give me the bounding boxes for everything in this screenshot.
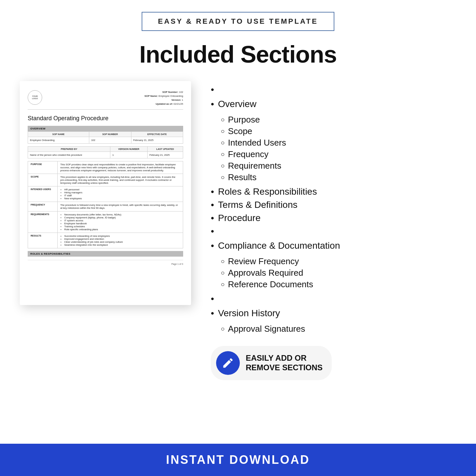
list-item: Employee handbook: [64, 222, 180, 225]
detail-row: FREQUENCYThe procedure is followed every…: [28, 202, 183, 211]
list-item: Necessary documents (offer letter, tax f…: [64, 213, 180, 216]
detail-content: The procedure is followed every time a n…: [58, 202, 183, 211]
content-area: YOURLOGO SOP Number: 102 SOP Name: Emplo…: [0, 81, 476, 431]
doc-title: Standard Operating Procedure: [28, 115, 183, 122]
doc-detail-table: PURPOSEThis SOP provides clear steps and…: [28, 161, 183, 248]
sop-name-value: Employee Onboarding: [28, 137, 89, 144]
section-label: Terms & Definitions: [218, 200, 297, 210]
detail-content: This SOP provides clear steps and respon…: [58, 161, 183, 174]
detail-content: HR personnelHiring managersIT staffNew e…: [58, 186, 183, 202]
sub-section-item: Requirements: [211, 161, 456, 171]
detail-label: PURPOSE: [28, 161, 58, 174]
bullet-icon: •: [211, 308, 214, 319]
sub-section-item: Intended Users: [211, 138, 456, 148]
roles-section-header: ROLES & RESPONSIBILITIES: [28, 251, 183, 257]
detail-row: SCOPEThis procedure applies to all new e…: [28, 174, 183, 186]
add-remove-section: EASILY ADD OR REMOVE SECTIONS: [211, 346, 332, 380]
sections-ul: •OverviewPurposeScopeIntended UsersFrequ…: [211, 84, 456, 335]
section-label: Overview: [218, 99, 257, 109]
document-preview: YOURLOGO SOP Number: 102 SOP Name: Emplo…: [20, 81, 191, 305]
pencil-icon-circle: [216, 351, 240, 375]
overview-section-header: OVERVIEW: [28, 126, 183, 131]
top-banner: EASY & READY TO USE TEMPLATE: [0, 0, 476, 38]
col-sop-name: SOP NAME: [28, 132, 89, 137]
list-item: Company equipment (laptop, phone, ID bad…: [64, 216, 180, 219]
detail-row: INTENDED USERSHR personnelHiring manager…: [28, 186, 183, 202]
detail-label: REQUIREMENTS: [28, 211, 58, 233]
version-number-value: 1: [110, 152, 148, 158]
list-item: Successful onboarding of new employees: [64, 235, 180, 238]
sub-section-item: Scope: [211, 126, 456, 136]
table-row: Employee Onboarding 102 February 21, 202…: [28, 137, 183, 144]
col-sop-number: SOP NUMBER: [89, 132, 131, 137]
sop-table-1: SOP NAME SOP NUMBER EFFECTIVE DATE Emplo…: [28, 131, 183, 144]
pencil-icon: [222, 357, 234, 369]
add-remove-line1: EASILY ADD OR: [246, 353, 322, 363]
col-version-number: VERSION NUMBER: [110, 147, 148, 152]
list-item: HR personnel: [64, 188, 180, 191]
list-item: Seamless integration into the workplace: [64, 243, 180, 246]
sop-table-2: PREPARED BY VERSION NUMBER LAST UPDATED …: [28, 146, 183, 158]
sub-section-item: Reference Documents: [211, 279, 456, 290]
doc-logo: YOURLOGO: [28, 90, 42, 105]
sop-number-value: 102: [89, 137, 131, 144]
section-item: •Version HistoryApproval Signatures: [211, 294, 456, 335]
add-remove-line2: REMOVE SECTIONS: [246, 363, 322, 373]
section-item: •OverviewPurposeScopeIntended UsersFrequ…: [211, 84, 456, 184]
doc-footer: Page 1 of 3: [28, 260, 183, 265]
detail-label: INTENDED USERS: [28, 186, 58, 202]
doc-meta: SOP Number: 102 SOP Name: Employee Onboa…: [145, 90, 183, 106]
detail-content: This procedure applies to all new employ…: [58, 174, 183, 186]
list-item: Training schedules: [64, 225, 180, 228]
col-prepared-by: PREPARED BY: [28, 147, 110, 152]
sections-list: •OverviewPurposeScopeIntended UsersFrequ…: [211, 81, 456, 380]
add-remove-text: EASILY ADD OR REMOVE SECTIONS: [246, 353, 322, 373]
effective-date-value: February 21, 2025: [131, 137, 183, 144]
list-item: IT system access: [64, 219, 180, 222]
section-label: Version History: [218, 308, 280, 319]
section-label: Procedure: [218, 213, 261, 223]
list-item: Role-specific onboarding plans: [64, 228, 180, 231]
section-item: •Compliance & DocumentationReview Freque…: [211, 226, 456, 291]
sub-section-item: Purpose: [211, 115, 456, 125]
bottom-bar: INSTANT DOWNLOAD: [0, 444, 476, 476]
sub-section-item: Results: [211, 172, 456, 182]
sub-section-item: Approval Signatures: [211, 324, 456, 334]
sub-section-item: Review Frequency: [211, 256, 456, 266]
section-item: Roles & Responsibilities: [211, 186, 456, 197]
section-label: Roles & Responsibilities: [218, 186, 317, 197]
detail-label: RESULTS: [28, 233, 58, 248]
section-item: Terms & Definitions: [211, 200, 456, 210]
detail-row: REQUIREMENTSNecessary documents (offer l…: [28, 211, 183, 233]
detail-content: Successful onboarding of new employeesIm…: [58, 233, 183, 248]
detail-label: FREQUENCY: [28, 202, 58, 211]
list-item: Hiring managers: [64, 191, 180, 194]
last-updated-value: February 21, 2025: [147, 152, 183, 158]
section-item: Procedure: [211, 213, 456, 223]
instant-download-text: INSTANT DOWNLOAD: [166, 453, 310, 467]
bullet-icon: •: [211, 99, 214, 109]
detail-label: SCOPE: [28, 174, 58, 186]
bullet-icon: •: [211, 240, 214, 251]
detail-row: RESULTSSuccessful onboarding of new empl…: [28, 233, 183, 248]
col-last-updated: LAST UPDATED: [147, 147, 183, 152]
banner-box: EASY & READY TO USE TEMPLATE: [142, 12, 335, 31]
table-row: Name of the person who created this proc…: [28, 152, 183, 158]
sub-section-item: Frequency: [211, 149, 456, 159]
list-item: New employees: [64, 197, 180, 200]
banner-text: EASY & READY TO USE TEMPLATE: [158, 17, 318, 25]
prepared-by-value: Name of the person who created this proc…: [28, 152, 110, 158]
list-item: Improved engagement and retention: [64, 238, 180, 240]
col-effective-date: EFFECTIVE DATE: [131, 132, 183, 137]
main-heading: Included Sections: [139, 41, 337, 68]
detail-row: PURPOSEThis SOP provides clear steps and…: [28, 161, 183, 174]
page-number: Page 1 of 3: [171, 263, 183, 265]
doc-header: YOURLOGO SOP Number: 102 SOP Name: Emplo…: [28, 90, 183, 110]
list-item: Clear understanding of job roles and com…: [64, 240, 180, 243]
list-item: IT staff: [64, 194, 180, 197]
sub-section-item: Approvals Required: [211, 268, 456, 278]
detail-content: Necessary documents (offer letter, tax f…: [58, 211, 183, 233]
section-label: Compliance & Documentation: [218, 240, 340, 251]
